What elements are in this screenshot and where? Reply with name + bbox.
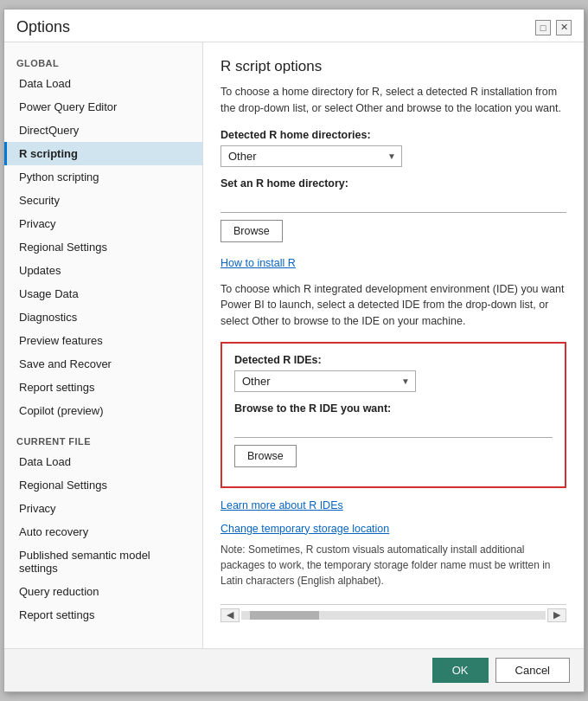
- ide-box: Detected R IDEs: Other ▼ Browse to the R…: [220, 342, 566, 488]
- close-button[interactable]: ✕: [556, 20, 572, 35]
- sidebar-item-save-and-recover[interactable]: Save and Recover: [4, 352, 202, 376]
- browse-home-button[interactable]: Browse: [220, 220, 283, 242]
- home-dir-label: Detected R home directories:: [220, 129, 566, 141]
- ide-dropdown-row: Other ▼: [234, 370, 553, 392]
- sidebar-item-copilot-preview[interactable]: Copilot (preview): [4, 399, 202, 422]
- panel-title: R script options: [220, 58, 566, 75]
- sidebar: GLOBAL Data Load Power Query Editor Dire…: [4, 42, 203, 648]
- footer: OK Cancel: [4, 648, 584, 691]
- sidebar-item-cf-data-load[interactable]: Data Load: [4, 450, 202, 473]
- sidebar-item-security[interactable]: Security: [4, 189, 202, 212]
- sidebar-item-cf-auto-recovery[interactable]: Auto recovery: [4, 520, 202, 543]
- browse-ide-button[interactable]: Browse: [234, 445, 297, 467]
- sidebar-item-python-scripting[interactable]: Python scripting: [4, 165, 202, 189]
- scroll-left-arrow[interactable]: ◀: [220, 608, 240, 622]
- sidebar-divider: [4, 422, 202, 429]
- note-text: Note: Sometimes, R custom visuals automa…: [220, 542, 566, 588]
- global-section-header: GLOBAL: [4, 51, 202, 72]
- browse-ide-label: Browse to the R IDE you want:: [234, 402, 553, 415]
- sidebar-item-power-query-editor[interactable]: Power Query Editor: [4, 95, 202, 119]
- sidebar-item-data-load[interactable]: Data Load: [4, 72, 202, 95]
- home-dir-dropdown[interactable]: Other: [220, 145, 402, 167]
- scroll-track[interactable]: [241, 611, 546, 620]
- sidebar-item-diagnostics[interactable]: Diagnostics: [4, 305, 202, 329]
- current-file-section-header: CURRENT FILE: [4, 429, 202, 450]
- panel-desc: To choose a home directory for R, select…: [220, 84, 566, 117]
- scroll-right-arrow[interactable]: ▶: [547, 608, 566, 622]
- home-dir-dropdown-wrapper: Other ▼: [220, 145, 402, 167]
- ide-dropdown[interactable]: Other: [234, 370, 416, 392]
- sidebar-item-privacy[interactable]: Privacy: [4, 212, 202, 235]
- sidebar-item-updates[interactable]: Updates: [4, 259, 202, 282]
- sidebar-item-report-settings[interactable]: Report settings: [4, 376, 202, 399]
- sidebar-item-cf-privacy[interactable]: Privacy: [4, 497, 202, 520]
- title-bar: Options □ ✕: [4, 10, 584, 42]
- sidebar-item-cf-published-semantic[interactable]: Published semantic model settings: [4, 543, 202, 580]
- sidebar-item-cf-regional-settings[interactable]: Regional Settings: [4, 473, 202, 497]
- sidebar-item-directquery[interactable]: DirectQuery: [4, 119, 202, 142]
- browse-ide-input[interactable]: [234, 419, 553, 438]
- how-to-install-link[interactable]: How to install R: [220, 257, 296, 269]
- learn-more-link[interactable]: Learn more about R IDEs: [220, 499, 343, 511]
- sidebar-item-preview-features[interactable]: Preview features: [4, 329, 202, 352]
- content-area: GLOBAL Data Load Power Query Editor Dire…: [4, 42, 584, 648]
- sidebar-item-cf-query-reduction[interactable]: Query reduction: [4, 580, 202, 603]
- sidebar-item-regional-settings[interactable]: Regional Settings: [4, 235, 202, 259]
- ok-button[interactable]: OK: [432, 658, 489, 683]
- horizontal-scrollbar: ◀ ▶: [220, 604, 566, 626]
- set-home-label: Set an R home directory:: [220, 177, 566, 190]
- cancel-button[interactable]: Cancel: [495, 658, 570, 683]
- home-dir-dropdown-row: Other ▼: [220, 145, 566, 167]
- dialog-title: Options: [16, 18, 70, 36]
- title-bar-controls: □ ✕: [535, 20, 572, 35]
- main-panel: R script options To choose a home direct…: [203, 42, 584, 648]
- set-home-input[interactable]: [220, 194, 566, 213]
- ide-dir-label: Detected R IDEs:: [234, 354, 553, 366]
- sidebar-item-usage-data[interactable]: Usage Data: [4, 282, 202, 305]
- ide-desc: To choose which R integrated development…: [220, 281, 566, 330]
- ide-dropdown-wrapper: Other ▼: [234, 370, 416, 392]
- sidebar-item-r-scripting[interactable]: R scripting: [4, 142, 202, 165]
- scroll-thumb: [250, 611, 319, 620]
- options-dialog: Options □ ✕ GLOBAL Data Load Power Query…: [3, 9, 585, 692]
- sidebar-item-cf-report-settings[interactable]: Report settings: [4, 603, 202, 627]
- change-storage-link[interactable]: Change temporary storage location: [220, 523, 389, 535]
- minimize-button[interactable]: □: [535, 20, 551, 35]
